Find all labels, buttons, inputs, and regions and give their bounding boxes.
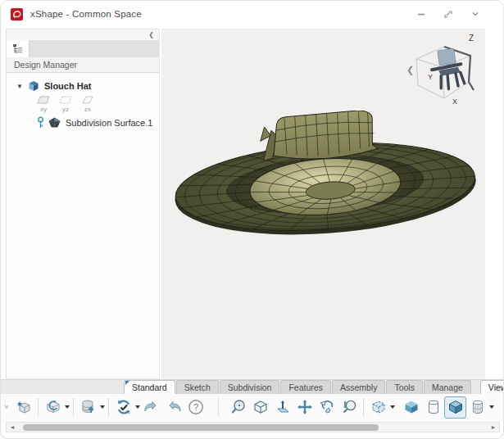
minimize-button[interactable]: [415, 7, 428, 20]
tab-view-label: View: [488, 382, 504, 392]
redo-button[interactable]: [162, 396, 184, 419]
display-mode-dropdown-button[interactable]: [367, 396, 389, 419]
toolbar-collapse-chevron-icon[interactable]: ˅: [1, 403, 12, 411]
tree-expander-icon[interactable]: ▼: [16, 83, 28, 90]
display-mode-dropdown-arrow[interactable]: [390, 405, 395, 409]
plane-xy[interactable]: xy: [36, 96, 51, 113]
chair-glyph: [429, 48, 465, 91]
rotate-button[interactable]: [316, 396, 338, 419]
toolbar-separator: [108, 398, 109, 416]
action-bar-tabstrip: Standard Sketch Subdivision Features Ass…: [1, 379, 503, 394]
plane-xy-icon: [37, 96, 50, 105]
save-dropdown-arrow[interactable]: [100, 405, 105, 409]
subdivision-surface-icon: [48, 117, 61, 129]
new-content-icon: [15, 398, 33, 416]
app-window: xShape - Common Space ❮: [0, 0, 504, 439]
toolbar-separator: [38, 398, 39, 416]
scroll-right-arrow[interactable]: ►: [488, 424, 499, 430]
tree-root-label: Slouch Hat: [44, 81, 91, 91]
tab-manage[interactable]: Manage: [424, 380, 471, 394]
plane-yz-icon: [59, 96, 72, 105]
shaded-cube-icon: [402, 398, 420, 416]
wireframe-dropdown-arrow[interactable]: [489, 405, 494, 409]
svg-text:?: ?: [193, 402, 198, 412]
display-style-group: [367, 396, 494, 419]
tab-subdivision-label: Subdivision: [228, 382, 272, 392]
panel-collapse-chevron-icon[interactable]: ❮: [148, 32, 154, 38]
save-icon: [79, 398, 98, 416]
key-icon: [36, 116, 45, 129]
shaded-style-button[interactable]: [400, 396, 422, 419]
pinned-indicator-icon: [125, 381, 129, 385]
open-button[interactable]: [42, 396, 64, 419]
toolbar-separator: [73, 398, 74, 416]
collapse-window-button[interactable]: [469, 7, 482, 20]
tab-features[interactable]: Features: [280, 380, 330, 394]
scroll-left-arrow[interactable]: ◄: [7, 424, 18, 430]
axis-y-label: Y: [428, 73, 433, 81]
standard-tools-group: ?: [12, 396, 207, 419]
plane-xy-label: xy: [40, 106, 47, 113]
tree-feature-row[interactable]: Subdivision Surface.1: [7, 115, 159, 131]
zoom-in-out-button[interactable]: [338, 396, 360, 419]
tab-standard[interactable]: Standard: [124, 380, 175, 394]
wireframe-cylinder-icon: [469, 398, 487, 416]
redo-icon: [164, 398, 184, 416]
hat-model[interactable]: [170, 111, 483, 250]
fit-all-cube-icon: [252, 398, 270, 416]
fit-all-button[interactable]: [249, 396, 271, 419]
tree-root-row[interactable]: ▼ Slouch Hat: [7, 79, 159, 93]
update-icon: [115, 398, 133, 416]
resize-icon: [443, 9, 453, 19]
axis-x-label: X: [452, 97, 457, 106]
update-button[interactable]: [112, 396, 134, 419]
plane-zx[interactable]: zx: [80, 96, 95, 113]
tab-manage-label: Manage: [432, 382, 463, 392]
undo-button[interactable]: [140, 396, 162, 419]
resize-button[interactable]: [442, 7, 455, 20]
compass-glyph: [12, 10, 21, 19]
horizontal-scrollbar[interactable]: ◄ ►: [6, 422, 500, 432]
help-button[interactable]: ?: [184, 396, 207, 419]
tab-tools[interactable]: Tools: [386, 380, 423, 394]
title-bar: xShape - Common Space: [1, 1, 503, 27]
wireframe-style-button[interactable]: [466, 396, 488, 419]
zoom-area-icon: [229, 398, 247, 416]
pan-button[interactable]: [293, 396, 316, 419]
help-icon: ?: [187, 398, 205, 416]
plane-zx-icon: [81, 96, 94, 105]
tab-view[interactable]: View: [480, 380, 504, 394]
action-bar-toolbar: ˅: [1, 394, 503, 420]
reference-planes-row: xy yz zx: [7, 93, 159, 115]
window-controls: [415, 7, 493, 20]
tab-assembly[interactable]: Assembly: [332, 380, 386, 394]
design-manager-panel: ❮ Design Manager ▼: [6, 29, 160, 379]
shaded-no-edges-button[interactable]: [422, 396, 444, 419]
tab-design-manager-tree[interactable]: [7, 40, 30, 57]
zoom-area-button[interactable]: [227, 396, 249, 419]
display-mode-cube-icon: [370, 398, 388, 416]
viewport-3d[interactable]: ❮ Z Y X: [161, 29, 485, 379]
tab-sketch[interactable]: Sketch: [176, 380, 219, 394]
pan-icon: [296, 398, 314, 416]
shaded-with-edges-button[interactable]: [444, 396, 466, 419]
panel-top-strip: ❮: [7, 29, 159, 40]
view-cube[interactable]: Z Y X: [406, 33, 480, 113]
zoom-in-out-icon: [340, 398, 358, 416]
feature-tree: ▼ Slouch Hat xy: [7, 73, 159, 131]
chevron-down-icon: [470, 9, 480, 19]
tab-subdivision[interactable]: Subdivision: [220, 380, 280, 394]
scrollbar-thumb[interactable]: [23, 424, 379, 431]
normal-to-button[interactable]: [271, 396, 293, 419]
plane-yz[interactable]: yz: [58, 96, 73, 113]
panel-header-label: Design Manager: [14, 60, 77, 70]
axis-z-label: Z: [469, 34, 474, 43]
panel-tab-strip: [7, 40, 159, 57]
shaded-edges-cube-icon: [447, 398, 465, 416]
new-content-button[interactable]: [12, 396, 34, 419]
tab-sketch-label: Sketch: [184, 382, 211, 392]
save-button[interactable]: [77, 396, 99, 419]
minimize-icon: [416, 9, 426, 19]
open-dropdown-arrow[interactable]: [65, 405, 70, 409]
plane-zx-label: zx: [84, 106, 91, 113]
